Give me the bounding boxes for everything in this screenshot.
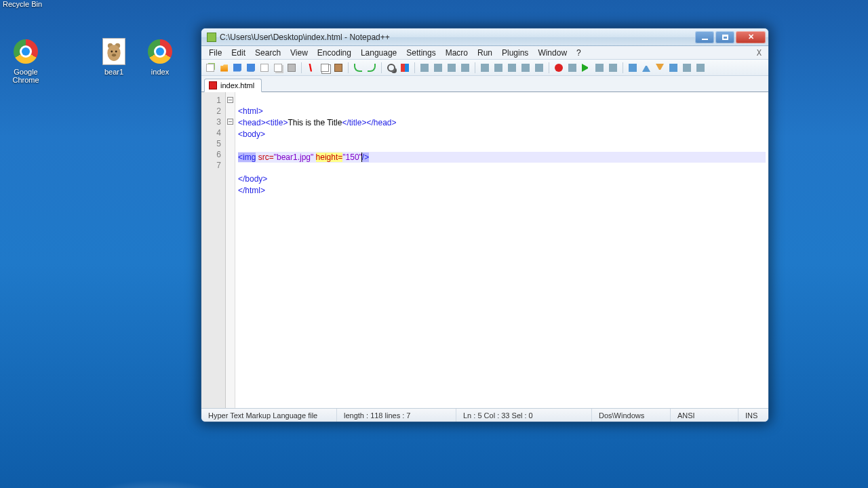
toolbar-separator [348, 62, 349, 73]
maximize-button[interactable] [715, 31, 734, 43]
statusbar: Hyper Text Markup Language file length :… [201, 408, 768, 422]
menu-search[interactable]: Search [250, 47, 285, 59]
desktop-icon-label: index [134, 68, 186, 76]
desktop-icon-label: Google Chrome [0, 68, 52, 84]
sync-v-button[interactable] [446, 62, 458, 74]
svg-point-2 [107, 45, 120, 61]
copy-button[interactable] [319, 62, 331, 74]
svg-point-3 [111, 51, 113, 53]
undo-button[interactable] [352, 62, 364, 74]
document-close-button[interactable]: X [753, 48, 766, 58]
open-file-button[interactable] [218, 62, 230, 74]
toolbar-misc-3[interactable] [654, 62, 666, 74]
status-insert-mode[interactable]: INS [738, 409, 768, 422]
toolbar-separator [475, 62, 475, 73]
desktop-icon-bear1[interactable]: bear1 [88, 38, 140, 76]
code-area[interactable]: <html> <head><title>This is the Title</t… [235, 92, 768, 408]
chrome-icon [12, 38, 39, 65]
windows-desktop: Recycle Bin Google Chrome bear1 index C:… [0, 0, 868, 488]
print-button[interactable] [285, 62, 298, 74]
toolbar-misc-1[interactable] [627, 62, 639, 74]
document-tab-index[interactable]: index.html [204, 79, 262, 92]
macro-multi-button[interactable] [593, 62, 606, 74]
fold-gutter [226, 92, 235, 408]
tab-label: index.html [220, 81, 254, 89]
notepadpp-window: C:\Users\User\Desktop\index.html - Notep… [201, 28, 769, 422]
toolbar-separator [301, 62, 302, 73]
replace-button[interactable] [399, 62, 411, 74]
toolbar-misc-4[interactable] [667, 62, 679, 74]
toolbar-misc-2[interactable] [640, 62, 652, 74]
menu-language[interactable]: Language [356, 47, 401, 59]
redo-button[interactable] [366, 62, 378, 74]
menu-help[interactable]: ? [572, 47, 586, 59]
zoom-in-button[interactable] [418, 62, 431, 74]
menu-window[interactable]: Window [533, 47, 572, 59]
toolbar [201, 60, 768, 76]
zoom-out-button[interactable] [432, 62, 444, 74]
close-button[interactable] [736, 31, 766, 43]
toolbar-misc-5[interactable] [681, 62, 693, 74]
close-file-button[interactable] [258, 62, 271, 74]
desktop-icon-label: bear1 [88, 68, 140, 76]
menu-macro[interactable]: Macro [441, 47, 473, 59]
toolbar-separator [381, 62, 382, 73]
image-file-icon [100, 38, 127, 65]
macro-record-button[interactable] [553, 62, 565, 74]
toolbar-misc-6[interactable] [694, 62, 707, 74]
document-tabstrip: index.html [201, 76, 768, 92]
cut-button[interactable] [305, 62, 317, 74]
user-lang-button[interactable] [519, 62, 532, 74]
minimize-button[interactable] [695, 31, 714, 43]
toolbar-separator [549, 62, 549, 73]
status-caret-position: Ln : 5 Col : 33 Sel : 0 [456, 409, 592, 422]
menu-run[interactable]: Run [473, 47, 497, 59]
menu-edit[interactable]: Edit [226, 47, 250, 59]
svg-point-4 [115, 51, 117, 53]
close-all-button[interactable] [272, 62, 284, 74]
wordwrap-button[interactable] [479, 62, 491, 74]
status-length-lines: length : 118 lines : 7 [337, 409, 456, 422]
desktop-icon-google-chrome[interactable]: Google Chrome [0, 38, 52, 84]
status-file-type: Hyper Text Markup Language file [201, 409, 337, 422]
macro-save-button[interactable] [607, 62, 619, 74]
menu-view[interactable]: View [285, 47, 313, 59]
fold-toggle-icon[interactable] [227, 97, 233, 103]
find-button[interactable] [385, 62, 397, 74]
macro-play-button[interactable] [580, 62, 592, 74]
menu-file[interactable]: File [204, 47, 226, 59]
toolbar-separator [623, 62, 623, 73]
notepadpp-icon [207, 33, 216, 42]
macro-stop-button[interactable] [566, 62, 578, 74]
line-number-gutter: 1 2 3 4 5 6 7 [201, 92, 226, 408]
desktop-icon-recycle-bin[interactable]: Recycle Bin [3, 0, 42, 8]
code-editor[interactable]: 1 2 3 4 5 6 7 <html> <head><title>This i… [201, 92, 768, 408]
new-file-button[interactable] [204, 62, 216, 74]
paste-button[interactable] [332, 62, 344, 74]
fold-toggle-icon[interactable] [227, 119, 233, 125]
menubar: File Edit Search View Encoding Language … [201, 46, 768, 60]
desktop-icon-index[interactable]: index [134, 38, 186, 76]
window-title: C:\Users\User\Desktop\index.html - Notep… [220, 33, 695, 42]
menu-settings[interactable]: Settings [401, 47, 440, 59]
titlebar[interactable]: C:\Users\User\Desktop\index.html - Notep… [201, 28, 768, 46]
status-eol: Dos\Windows [592, 409, 671, 422]
unsaved-file-icon [209, 81, 217, 89]
save-all-button[interactable] [245, 62, 257, 74]
save-button[interactable] [231, 62, 243, 74]
menu-encoding[interactable]: Encoding [313, 47, 356, 59]
chrome-icon [146, 38, 174, 65]
status-encoding: ANSI [671, 409, 738, 422]
sync-h-button[interactable] [459, 62, 471, 74]
doc-map-button[interactable] [533, 62, 545, 74]
svg-point-5 [112, 54, 116, 56]
show-all-chars-button[interactable] [492, 62, 505, 74]
indent-guide-button[interactable] [506, 62, 518, 74]
menu-plugins[interactable]: Plugins [497, 47, 533, 59]
toolbar-separator [414, 62, 415, 73]
